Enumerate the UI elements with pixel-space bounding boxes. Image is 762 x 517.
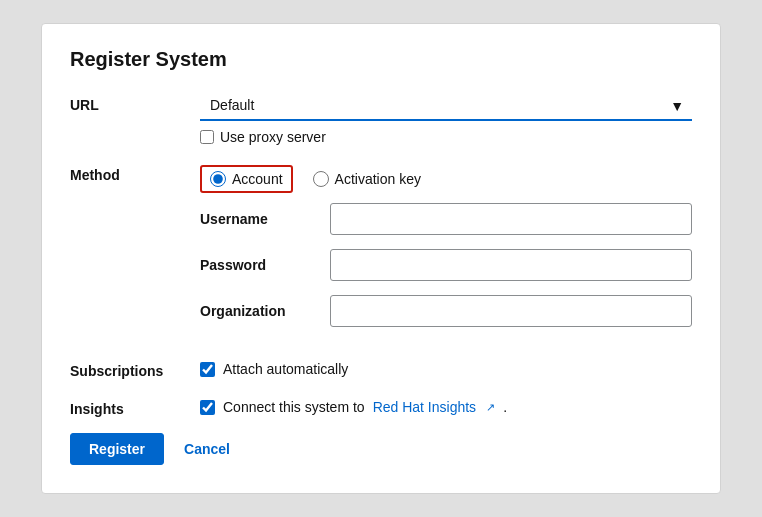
password-input[interactable] [330,249,692,281]
organization-label: Organization [200,303,330,319]
account-subform: Username Password Organization [200,203,692,327]
organization-row: Organization [200,295,692,327]
organization-input[interactable] [330,295,692,327]
dialog-title: Register System [70,48,692,71]
attach-auto-row: Attach automatically [200,357,692,377]
attach-auto-checkbox[interactable] [200,362,215,377]
password-label: Password [200,257,330,273]
method-control: Account Activation key Username Password [200,161,692,341]
account-radio[interactable] [210,171,226,187]
subscriptions-row: Subscriptions Attach automatically [70,357,692,379]
url-row: URL Default ▼ Use proxy server [70,91,692,145]
proxy-label: Use proxy server [220,129,326,145]
insights-label: Insights [70,395,200,417]
insights-row: Insights Connect this system to Red Hat … [70,395,692,417]
subscriptions-label: Subscriptions [70,357,200,379]
insights-text-after: . [503,399,507,415]
attach-auto-label: Attach automatically [223,361,348,377]
url-label: URL [70,91,200,113]
username-input[interactable] [330,203,692,235]
button-row: Register Cancel [70,433,692,465]
activation-key-option[interactable]: Activation key [313,171,421,187]
insights-text-before: Connect this system to [223,399,365,415]
red-hat-insights-link[interactable]: Red Hat Insights [373,399,477,415]
url-control: Default ▼ Use proxy server [200,91,692,145]
activation-key-label: Activation key [335,171,421,187]
username-label: Username [200,211,330,227]
url-select-wrapper: Default ▼ [200,91,692,121]
proxy-checkbox[interactable] [200,130,214,144]
activation-key-radio[interactable] [313,171,329,187]
method-label: Method [70,161,200,183]
register-system-dialog: Register System URL Default ▼ Use proxy … [41,23,721,494]
insights-control: Connect this system to Red Hat Insights↗… [200,395,692,415]
method-row: Method Account Activation key Username [70,161,692,341]
account-option[interactable]: Account [200,165,293,193]
username-row: Username [200,203,692,235]
register-button[interactable]: Register [70,433,164,465]
subscriptions-control: Attach automatically [200,357,692,377]
insights-connect-row: Connect this system to Red Hat Insights↗… [200,395,692,415]
external-link-icon: ↗ [486,401,495,414]
password-row: Password [200,249,692,281]
proxy-row: Use proxy server [200,129,692,145]
insights-checkbox[interactable] [200,400,215,415]
cancel-button[interactable]: Cancel [180,434,234,464]
url-select[interactable]: Default [200,91,692,121]
method-options: Account Activation key [200,161,692,193]
account-label: Account [232,171,283,187]
